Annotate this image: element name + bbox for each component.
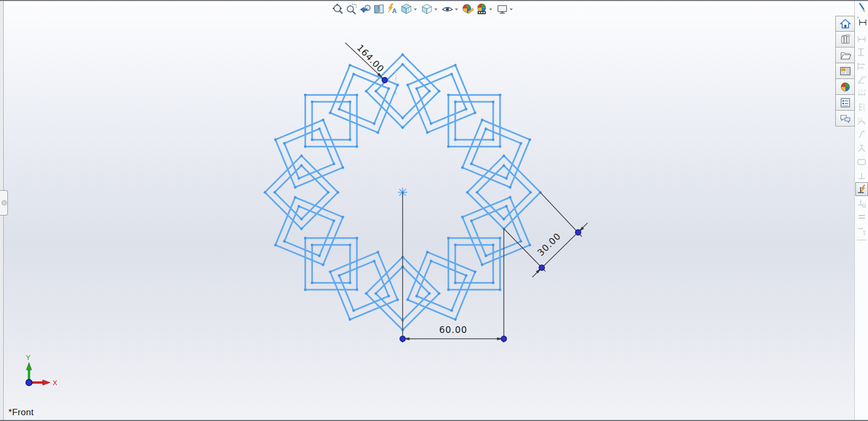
forum-chat-icon	[840, 113, 851, 124]
apply-scene-button[interactable]	[475, 2, 489, 16]
sketch-vertex-point	[447, 94, 450, 96]
sketch-vertex-point	[492, 282, 494, 284]
section-view-button[interactable]	[372, 2, 386, 16]
display-style-button[interactable]	[420, 2, 434, 16]
hide-show-items-dropdown-icon[interactable]	[455, 8, 458, 11]
featuremanager-flyout-tab[interactable]	[0, 190, 8, 216]
edit-appearance-button[interactable]	[461, 2, 475, 16]
sketch-annotation-icon: A	[387, 3, 398, 15]
sketch-vertex-point	[311, 244, 313, 246]
view-settings-button[interactable]	[495, 2, 509, 16]
task-pane-tab-custom-properties[interactable]	[835, 95, 855, 111]
horizontal-dimension-button[interactable]	[855, 32, 868, 45]
display-delete-relations-button[interactable]	[855, 196, 868, 210]
dimension-point[interactable]	[501, 336, 506, 341]
sketch-vertex-point	[447, 237, 450, 239]
sketch-annotation-button[interactable]: A	[386, 2, 399, 16]
dimension-point[interactable]	[400, 336, 405, 341]
view-settings-dropdown-icon[interactable]	[510, 8, 513, 11]
display-style-dropdown-icon[interactable]	[434, 8, 437, 11]
edit-appearance-icon	[462, 3, 474, 15]
task-pane-tab-design-library[interactable]	[835, 32, 855, 47]
zoom-to-area-button[interactable]	[345, 2, 358, 16]
sketch-vertex-point	[454, 139, 456, 141]
dimension-value[interactable]: 30.00	[535, 231, 563, 258]
sketch-vertex-point	[499, 237, 501, 239]
chamfer-dimension-button[interactable]	[855, 141, 868, 155]
dimension-point[interactable]	[539, 265, 544, 270]
previous-view-button[interactable]	[358, 2, 372, 16]
svg-text:3: 3	[863, 108, 865, 111]
sketch-vertex-point	[447, 289, 450, 291]
automatic-relations-button[interactable]	[855, 182, 868, 196]
dimension-text-button[interactable]	[855, 223, 868, 237]
sketch-vertex-point	[499, 94, 501, 96]
fully-define-sketch-icon	[856, 156, 867, 167]
dimension-point[interactable]	[382, 77, 387, 83]
path-length-dimension-icon	[856, 129, 867, 140]
dimension-point[interactable]	[576, 230, 581, 235]
window-top-edge	[0, 0, 868, 1]
svg-text:1 2: 1 2	[857, 117, 862, 120]
sketch-vertex-point	[349, 244, 351, 246]
smart-dimension-button[interactable]: *	[855, 15, 868, 28]
sketch-square-frame[interactable]	[274, 196, 345, 267]
flyout-expand-icon[interactable]	[2, 200, 7, 205]
sketch-pencil-button[interactable]	[855, 1, 868, 15]
ordinate-dimension-button[interactable]: 1 23	[855, 114, 868, 128]
svg-text:*: *	[857, 16, 859, 22]
angular-running-dimension-button[interactable]: 123	[855, 73, 868, 86]
sketch-vertex-point	[499, 289, 501, 291]
view-settings-icon	[496, 3, 508, 15]
x-axis-arrow	[43, 380, 50, 385]
dimension-line	[540, 192, 582, 237]
path-length-dimension-button[interactable]	[855, 128, 868, 141]
x-axis-label: X	[53, 379, 57, 387]
sketch-vertex-point	[356, 145, 358, 148]
vertical-ordinate-dimension-button[interactable]: 123	[855, 100, 868, 114]
svg-text:A: A	[392, 7, 397, 14]
add-relation-button[interactable]	[855, 169, 868, 182]
sketch-pencil-icon	[856, 3, 867, 13]
sketch-square-frame[interactable]	[329, 64, 399, 134]
ordinate-dimension-icon: 1 23	[856, 115, 867, 126]
zoom-to-fit-button[interactable]	[331, 2, 345, 16]
appearances-sphere-icon	[840, 81, 851, 93]
apply-scene-dropdown-icon[interactable]	[489, 8, 492, 11]
task-pane-tab-strip	[835, 16, 855, 126]
view-orientation-dropdown-icon[interactable]	[414, 8, 417, 11]
dimension-30.00[interactable]: 30.00	[504, 192, 588, 277]
dimension-value[interactable]: 60.00	[439, 325, 467, 335]
sketch-vertex-point	[349, 101, 351, 103]
task-pane-tab-forum[interactable]	[835, 111, 855, 126]
sketch-vertex-point	[356, 237, 358, 239]
view-orientation-button[interactable]	[399, 2, 413, 16]
sketch-square-frame[interactable]	[461, 119, 532, 189]
equal-relation-button[interactable]	[855, 210, 868, 223]
sketch-vertex-point	[349, 139, 351, 141]
hide-show-items-icon	[442, 3, 453, 15]
task-pane-tab-view-palette[interactable]	[835, 63, 855, 79]
sketch-vertex-point	[492, 101, 494, 103]
graphics-viewport[interactable]: 164.0030.0060.00	[0, 0, 868, 421]
sketch-square-frame[interactable]	[329, 251, 399, 321]
horizontal-ordinate-dimension-button[interactable]: 123	[855, 86, 868, 100]
add-relation-icon	[856, 170, 867, 181]
task-pane-tab-appearances[interactable]	[835, 79, 855, 95]
dimension-text-icon	[856, 225, 867, 236]
fully-define-sketch-button[interactable]	[855, 155, 868, 169]
sketch-square-frame[interactable]	[406, 64, 477, 134]
sketch-square-frame[interactable]	[406, 251, 477, 321]
sketch-square-frame[interactable]	[461, 196, 532, 267]
vertical-dimension-button[interactable]	[855, 45, 868, 59]
sketch-vertex-point	[356, 289, 358, 291]
home-icon	[840, 18, 851, 30]
task-pane-tab-file-explorer[interactable]	[835, 47, 855, 63]
sketch-vertex-point	[454, 244, 456, 246]
hide-show-items-button[interactable]	[441, 2, 454, 16]
view-orientation-icon	[401, 3, 412, 15]
sketch-square-frame[interactable]	[274, 119, 345, 189]
task-pane-tab-home[interactable]	[835, 16, 855, 32]
sketch-vertex-point	[311, 101, 313, 103]
baseline-dimension-button[interactable]	[855, 59, 868, 73]
